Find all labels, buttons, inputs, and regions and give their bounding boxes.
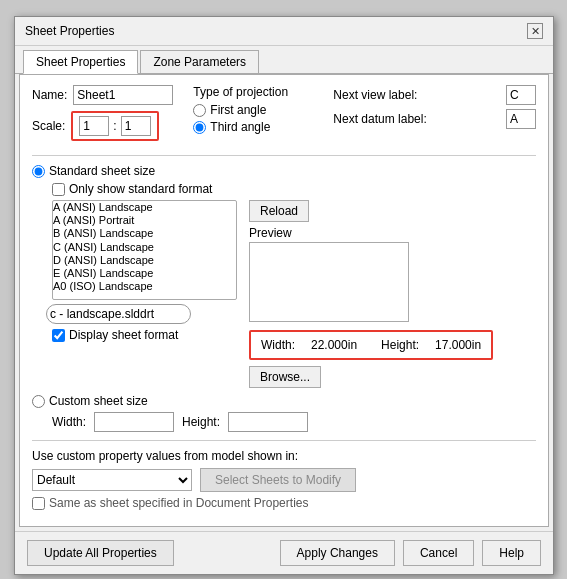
- custom-width-label: Width:: [52, 415, 86, 429]
- scale-row: Scale: :: [32, 111, 173, 141]
- height-label: Height:: [381, 338, 419, 352]
- height-value: 17.000in: [435, 338, 481, 352]
- width-value: 22.000in: [311, 338, 357, 352]
- scale-right-input[interactable]: [121, 116, 151, 136]
- custom-width-input[interactable]: [94, 412, 174, 432]
- custom-size-section: Custom sheet size Width: Height:: [32, 394, 536, 432]
- custom-size-row: Custom sheet size: [32, 394, 536, 408]
- first-angle-row: First angle: [193, 103, 313, 117]
- footer: Update All Properties Apply Changes Canc…: [15, 531, 553, 574]
- next-view-label: Next view label:: [333, 88, 417, 102]
- projection-title: Type of projection: [193, 85, 313, 99]
- footer-right: Apply Changes Cancel Help: [280, 540, 541, 566]
- projection-col: Type of projection First angle Third ang…: [193, 85, 313, 137]
- only-standard-row: Only show standard format: [52, 182, 536, 196]
- sheet-listbox[interactable]: A (ANSI) Landscape A (ANSI) Portrait B (…: [52, 200, 237, 300]
- close-icon: ✕: [531, 25, 540, 38]
- list-item[interactable]: A (ANSI) Portrait: [53, 214, 236, 227]
- custom-height-label: Height:: [182, 415, 220, 429]
- format-inner: A (ANSI) Landscape A (ANSI) Portrait B (…: [32, 200, 536, 388]
- help-button[interactable]: Help: [482, 540, 541, 566]
- apply-changes-button[interactable]: Apply Changes: [280, 540, 395, 566]
- next-labels-col: Next view label: Next datum label:: [333, 85, 536, 133]
- tab-zone-parameters[interactable]: Zone Parameters: [140, 50, 259, 73]
- model-row: Default Select Sheets to Modify: [32, 468, 536, 492]
- custom-size-label: Custom sheet size: [49, 394, 148, 408]
- list-item[interactable]: B (ANSI) Landscape: [53, 227, 236, 240]
- tab-sheet-properties[interactable]: Sheet Properties: [23, 50, 138, 74]
- next-datum-label: Next datum label:: [333, 112, 426, 126]
- cancel-button[interactable]: Cancel: [403, 540, 474, 566]
- custom-dimensions-row: Width: Height:: [52, 412, 536, 432]
- list-item[interactable]: C (ANSI) Landscape: [53, 241, 236, 254]
- standard-size-label: Standard sheet size: [49, 164, 155, 178]
- display-format-label: Display sheet format: [69, 328, 178, 342]
- close-button[interactable]: ✕: [527, 23, 543, 39]
- model-select[interactable]: Default: [32, 469, 192, 491]
- name-label: Name:: [32, 88, 67, 102]
- select-sheets-button[interactable]: Select Sheets to Modify: [200, 468, 356, 492]
- update-all-button[interactable]: Update All Properties: [27, 540, 174, 566]
- footer-left: Update All Properties: [27, 540, 174, 566]
- top-section: Name: Scale: : Type of projection: [32, 85, 536, 147]
- file-row: [46, 304, 237, 324]
- dialog-title: Sheet Properties: [25, 24, 114, 38]
- next-datum-row: Next datum label:: [333, 109, 536, 129]
- model-section-label: Use custom property values from model sh…: [32, 449, 536, 463]
- only-standard-checkbox[interactable]: [52, 183, 65, 196]
- first-angle-radio[interactable]: [193, 104, 206, 117]
- list-item[interactable]: A (ANSI) Landscape: [53, 201, 236, 214]
- display-format-checkbox[interactable]: [52, 329, 65, 342]
- custom-size-radio[interactable]: [32, 395, 45, 408]
- same-as-label: Same as sheet specified in Document Prop…: [49, 496, 308, 510]
- scale-colon: :: [113, 119, 116, 133]
- name-input[interactable]: [73, 85, 173, 105]
- only-standard-label: Only show standard format: [69, 182, 212, 196]
- format-right-col: Reload Preview Width: 22.000in Height: 1…: [249, 200, 536, 388]
- name-row: Name:: [32, 85, 173, 105]
- custom-height-input[interactable]: [228, 412, 308, 432]
- standard-size-radio[interactable]: [32, 165, 45, 178]
- same-as-checkbox[interactable]: [32, 497, 45, 510]
- next-view-input[interactable]: [506, 85, 536, 105]
- preview-label: Preview: [249, 226, 536, 240]
- width-label: Width:: [261, 338, 295, 352]
- model-section: Use custom property values from model sh…: [32, 449, 536, 510]
- third-angle-radio[interactable]: [193, 121, 206, 134]
- name-scale-col: Name: Scale: :: [32, 85, 173, 147]
- third-angle-row: Third angle: [193, 120, 313, 134]
- format-left-col: A (ANSI) Landscape A (ANSI) Portrait B (…: [32, 200, 237, 388]
- first-angle-label: First angle: [210, 103, 266, 117]
- scale-label: Scale:: [32, 119, 65, 133]
- standard-size-row: Standard sheet size: [32, 164, 536, 178]
- display-format-row: Display sheet format: [52, 328, 237, 342]
- sheet-properties-dialog: Sheet Properties ✕ Sheet Properties Zone…: [14, 16, 554, 575]
- third-angle-label: Third angle: [210, 120, 270, 134]
- file-input[interactable]: [46, 304, 191, 324]
- title-bar: Sheet Properties ✕: [15, 17, 553, 46]
- next-view-row: Next view label:: [333, 85, 536, 105]
- format-section: Standard sheet size Only show standard f…: [32, 155, 536, 432]
- list-item[interactable]: A0 (ISO) Landscape: [53, 280, 236, 293]
- list-item[interactable]: E (ANSI) Landscape: [53, 267, 236, 280]
- tab-bar: Sheet Properties Zone Parameters: [15, 46, 553, 74]
- scale-left-input[interactable]: [79, 116, 109, 136]
- dimensions-box: Width: 22.000in Height: 17.000in: [249, 330, 493, 360]
- scale-box: :: [71, 111, 158, 141]
- same-as-row: Same as sheet specified in Document Prop…: [32, 496, 536, 510]
- main-content: Name: Scale: : Type of projection: [19, 74, 549, 527]
- preview-box: [249, 242, 409, 322]
- list-item[interactable]: D (ANSI) Landscape: [53, 254, 236, 267]
- browse-button[interactable]: Browse...: [249, 366, 321, 388]
- separator: [32, 440, 536, 441]
- reload-button[interactable]: Reload: [249, 200, 309, 222]
- next-datum-input[interactable]: [506, 109, 536, 129]
